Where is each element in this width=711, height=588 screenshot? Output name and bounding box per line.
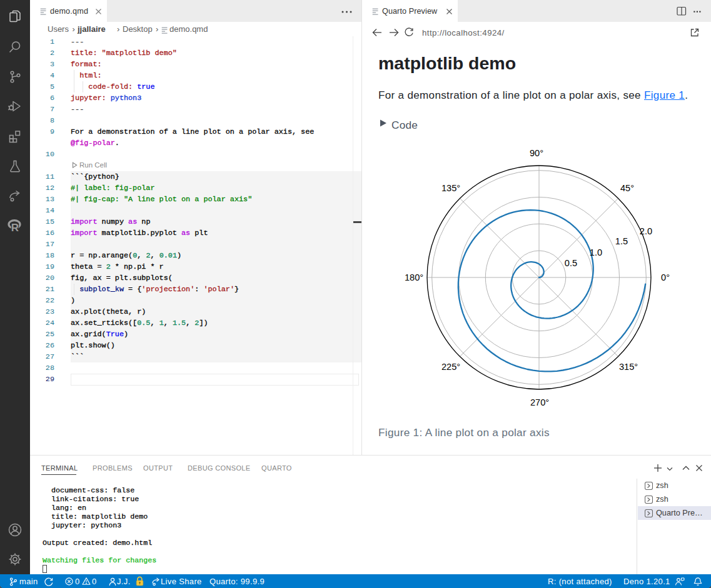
svg-text:45°: 45° [620, 183, 634, 193]
svg-text:225°: 225° [441, 362, 460, 372]
svg-text:1.5: 1.5 [615, 236, 628, 246]
svg-text:180°: 180° [405, 272, 423, 282]
svg-text:0°: 0° [661, 272, 670, 282]
svg-text:2.0: 2.0 [640, 226, 652, 236]
svg-text:0.5: 0.5 [565, 258, 577, 268]
svg-text:1.0: 1.0 [590, 247, 602, 257]
svg-text:90°: 90° [530, 148, 543, 158]
svg-text:315°: 315° [619, 362, 638, 372]
svg-text:270°: 270° [530, 397, 549, 407]
svg-text:135°: 135° [441, 183, 460, 193]
svg-text:R: R [11, 222, 19, 234]
